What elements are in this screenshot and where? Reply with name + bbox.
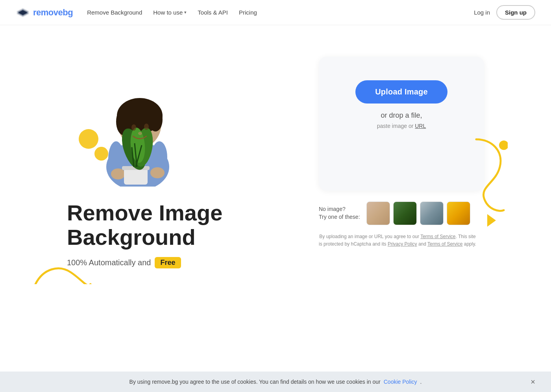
upload-card: Upload Image or drop a file, paste image…: [319, 57, 484, 190]
nav-how-to-use[interactable]: How to use ▾: [153, 9, 187, 16]
navbar: removebg Remove Background How to use ▾ …: [0, 0, 551, 25]
paste-text: paste image or URL: [377, 123, 426, 129]
svg-point-8: [148, 108, 163, 131]
nav-pricing[interactable]: Pricing: [239, 9, 257, 16]
svg-point-23: [144, 124, 149, 130]
hero-left: Remove Image Background 100% Automatical…: [67, 49, 295, 268]
hero-heading: Remove Image Background: [67, 201, 295, 249]
triangle-decoration: [487, 214, 496, 227]
brand-name: removebg: [33, 7, 73, 18]
yellow-blob-1: [79, 129, 98, 149]
no-image-label: No image? Try one of these:: [319, 205, 360, 221]
person-illustration: [83, 72, 193, 187]
tos-link-2[interactable]: Terms of Service: [427, 241, 462, 247]
nav-left: removebg Remove Background How to use ▾ …: [16, 7, 257, 18]
tos-link-1[interactable]: Terms of Service: [420, 234, 455, 239]
hero-illustration: [83, 72, 193, 188]
sample-images: [366, 202, 470, 225]
sample-thumb-car[interactable]: [420, 202, 444, 225]
sample-section: No image? Try one of these:: [319, 202, 484, 225]
fine-print: By uploading an image or URL you agree t…: [319, 233, 476, 248]
sample-thumb-bird[interactable]: [393, 202, 417, 225]
svg-point-13: [150, 167, 165, 178]
signup-button[interactable]: Sign up: [496, 5, 535, 20]
sample-thumb-tools[interactable]: [447, 202, 470, 225]
svg-point-25: [499, 141, 508, 150]
privacy-link[interactable]: Privacy Policy: [388, 241, 417, 247]
nav-links: Remove Background How to use ▾ Tools & A…: [87, 9, 257, 16]
svg-point-22: [131, 124, 136, 131]
yellow-blob-2: [94, 147, 108, 161]
hero-right: Upload Image or drop a file, paste image…: [319, 49, 484, 248]
sample-thumb-person[interactable]: [366, 202, 390, 225]
svg-point-24: [138, 132, 142, 135]
nav-tools-api[interactable]: Tools & API: [198, 9, 228, 16]
url-link[interactable]: URL: [415, 123, 426, 129]
chevron-down-icon: ▾: [184, 10, 187, 15]
login-button[interactable]: Log in: [474, 9, 490, 16]
logo[interactable]: removebg: [16, 7, 73, 18]
free-badge: Free: [155, 257, 181, 268]
hero-section: Remove Image Background 100% Automatical…: [20, 25, 531, 284]
logo-icon: [16, 7, 30, 18]
drop-text: or drop a file,: [381, 111, 422, 120]
nav-right: Log in Sign up: [474, 5, 535, 20]
nav-remove-background[interactable]: Remove Background: [87, 9, 142, 16]
hero-subtext: 100% Automatically and Free: [67, 257, 295, 268]
upload-button[interactable]: Upload Image: [355, 80, 447, 104]
svg-point-12: [111, 168, 125, 179]
